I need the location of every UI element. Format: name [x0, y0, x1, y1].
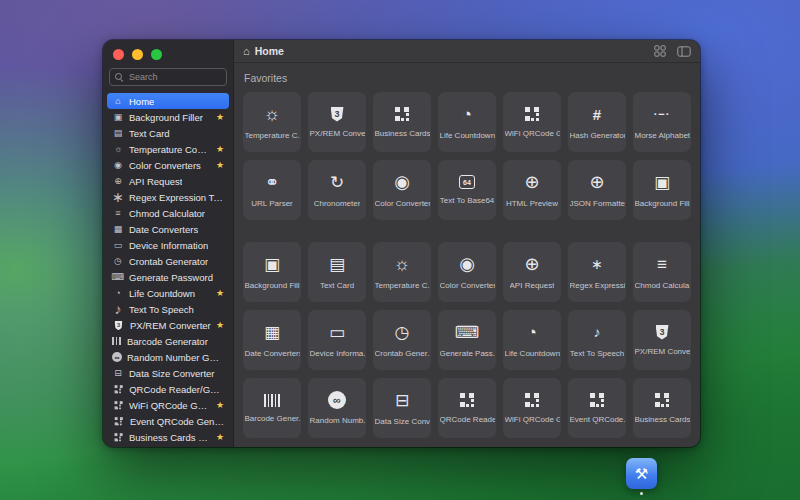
sidebar-item-random-number-generator[interactable]: ∞ Random Number Generator — [107, 349, 229, 365]
sidebar-item-home[interactable]: ⌂ Home — [107, 93, 229, 109]
sidebar-item-text-to-speech[interactable]: ♪ Text To Speech — [107, 301, 229, 317]
sidebar-item-event-qrcode-generator[interactable]: Event QRCode Generator — [107, 413, 229, 429]
sidebar-item-random-port-generator[interactable]: ⊟ Random Port Generator — [107, 445, 229, 447]
timer-icon: ◔ — [527, 322, 537, 342]
toggle-sidebar-icon[interactable] — [677, 46, 691, 57]
calendar-icon: ▦ — [264, 322, 280, 342]
sidebar-item-color-converters[interactable]: ◉ Color Converters ★ — [107, 157, 229, 173]
timer-icon: ◔ — [462, 104, 472, 124]
barcode-icon — [264, 394, 281, 407]
close-button[interactable] — [113, 49, 124, 60]
dock-running-indicator — [640, 492, 643, 495]
tile-regex-expressi[interactable]: ∗ Regex Expressi... — [568, 242, 626, 302]
palette-icon: ◉ — [112, 160, 124, 171]
tile-chronometer[interactable]: ↻ Chronometer — [308, 160, 366, 220]
main-content: Favorites ☼ Temperature C... 3 PX/REM Co… — [234, 63, 700, 447]
drive-icon: ⊟ — [112, 368, 124, 379]
tile-json-formatter[interactable]: ⊕ JSON Formatter — [568, 160, 626, 220]
tile-color-converters[interactable]: ◉ Color Converters — [438, 242, 496, 302]
tile-text-to-base64[interactable]: 64 Text To Base64 — [438, 160, 496, 220]
tile-temperature-c[interactable]: ☼ Temperature C... — [243, 92, 301, 152]
tile-background-fill[interactable]: ▣ Background Fill... — [633, 160, 691, 220]
temperature-icon: ☼ — [112, 144, 124, 155]
favorite-star-icon: ★ — [216, 113, 224, 122]
tile-crontab-gener[interactable]: ◷ Crontab Gener... — [373, 310, 431, 370]
search-input[interactable] — [127, 71, 221, 83]
tile-date-converters[interactable]: ▦ Date Converters — [243, 310, 301, 370]
calendar-icon: ▦ — [112, 224, 124, 235]
tile-hash-generator[interactable]: # Hash Generator — [568, 92, 626, 152]
tile-life-countdown[interactable]: ◔ Life Countdown — [438, 92, 496, 152]
sidebar-item-generate-password[interactable]: ⌨ Generate Password — [107, 269, 229, 285]
qrcode-icon — [115, 385, 122, 394]
grid-view-icon[interactable] — [654, 45, 666, 57]
tile-text-to-speech[interactable]: ♪ Text To Speech — [568, 310, 626, 370]
tile-morse-alphabet[interactable]: ·−· Morse Alphabet — [633, 92, 691, 152]
drive-icon: ⊟ — [395, 390, 409, 410]
morse-icon: ·−· — [654, 104, 671, 124]
sidebar-item-data-size-converter[interactable]: ⊟ Data Size Converter — [107, 365, 229, 381]
sidebar-item-crontab-generator[interactable]: ◷ Crontab Generator — [107, 253, 229, 269]
sidebar-item-api-request[interactable]: ⊕ API Request — [107, 173, 229, 189]
qrcode-icon — [460, 393, 475, 408]
crontab-icon: ◷ — [112, 256, 124, 267]
tile-api-request[interactable]: ⊕ API Request — [503, 242, 561, 302]
qrcode-icon — [525, 107, 540, 122]
tile-text-card[interactable]: ▤ Text Card — [308, 242, 366, 302]
infinity-icon: ∞ — [112, 352, 122, 362]
sidebar-item-qrcode-reader-generator[interactable]: QRCode Reader/Generator — [107, 381, 229, 397]
sidebar-item-text-card[interactable]: ▤ Text Card — [107, 125, 229, 141]
globe-icon: ⊕ — [112, 176, 124, 187]
qrcode-icon — [115, 433, 122, 442]
sidebar-item-regex-expression-test[interactable]: ∗ Regex Expression Test — [107, 189, 229, 205]
globe-icon: ⊕ — [524, 172, 539, 192]
tile-generate-pass[interactable]: ⌨ Generate Pass... — [438, 310, 496, 370]
qrcode-icon — [115, 401, 122, 410]
tile-wifi-qrcode-g[interactable]: WiFi QRCode G... — [503, 92, 561, 152]
palette-icon: ◉ — [459, 254, 475, 274]
sidebar-item-wifi-qrcode-generator[interactable]: WiFi QRCode Generator ★ — [107, 397, 229, 413]
zoom-button[interactable] — [151, 49, 162, 60]
favorite-star-icon: ★ — [216, 401, 224, 410]
sidebar-item-device-information[interactable]: ▭ Device Information — [107, 237, 229, 253]
sidebar-item-background-filler[interactable]: ▣ Background Filler ★ — [107, 109, 229, 125]
sidebar-item-temperature-converter[interactable]: ☼ Temperature Converter ★ — [107, 141, 229, 157]
app-dock-icon[interactable]: ⚒ — [626, 458, 657, 489]
css3-icon: 3 — [656, 325, 669, 340]
tile-life-countdown[interactable]: ◔ Life Countdown — [503, 310, 561, 370]
tile-color-converters[interactable]: ◉ Color Converters — [373, 160, 431, 220]
tile-barcode-gener[interactable]: Barcode Gener... — [243, 378, 301, 438]
infinity-icon: ∞ — [328, 391, 346, 409]
sidebar-item-life-countdown[interactable]: ◔ Life Countdown ★ — [107, 285, 229, 301]
tile-html-preview[interactable]: ⊕ HTML Preview — [503, 160, 561, 220]
tile-business-cards[interactable]: Business Cards... — [373, 92, 431, 152]
tile-background-fill[interactable]: ▣ Background Fill... — [243, 242, 301, 302]
tile-temperature-c[interactable]: ☼ Temperature C... — [373, 242, 431, 302]
search-icon — [115, 73, 123, 81]
tile-qrcode-reade[interactable]: QRCode Reade... — [438, 378, 496, 438]
tile-event-qrcode[interactable]: Event QRCode... — [568, 378, 626, 438]
tile-chmod-calcula[interactable]: ≡ Chmod Calcula... — [633, 242, 691, 302]
regex-icon: ∗ — [112, 192, 124, 203]
tile-data-size-conv[interactable]: ⊟ Data Size Conv... — [373, 378, 431, 438]
sidebar-item-date-converters[interactable]: ▦ Date Converters — [107, 221, 229, 237]
tile-px-rem-conver[interactable]: 3 PX/REM Conver... — [633, 310, 691, 370]
tile-device-informa[interactable]: ▭ Device Informa... — [308, 310, 366, 370]
sidebar-item-chmod-calculator[interactable]: ≡ Chmod Calculator — [107, 205, 229, 221]
tile-business-cards[interactable]: Business Cards... — [633, 378, 691, 438]
palette-icon: ◉ — [394, 172, 410, 192]
sidebar-item-barcode-generator[interactable]: Barcode Generator — [107, 333, 229, 349]
sidebar-item-business-cards-qrcode[interactable]: Business Cards QRCode... ★ — [107, 429, 229, 445]
sidebar-nav: ⌂ Home ▣ Background Filler ★ ▤ Text Card… — [103, 93, 233, 447]
tile-wifi-qrcode-g[interactable]: WiFi QRCode G... — [503, 378, 561, 438]
main-header: ⌂ Home — [234, 40, 700, 63]
favorite-star-icon: ★ — [216, 145, 224, 154]
tile-url-parser[interactable]: ⚭ URL Parser — [243, 160, 301, 220]
favorite-star-icon: ★ — [216, 321, 224, 330]
tile-px-rem-conver[interactable]: 3 PX/REM Conver... — [308, 92, 366, 152]
search-field[interactable] — [109, 68, 227, 86]
home-icon: ⌂ — [243, 46, 250, 57]
sidebar-item-px-rem-converter[interactable]: 3 PX/REM Converter ★ — [107, 317, 229, 333]
tile-random-numb[interactable]: ∞ Random Numb... — [308, 378, 366, 438]
minimize-button[interactable] — [132, 49, 143, 60]
